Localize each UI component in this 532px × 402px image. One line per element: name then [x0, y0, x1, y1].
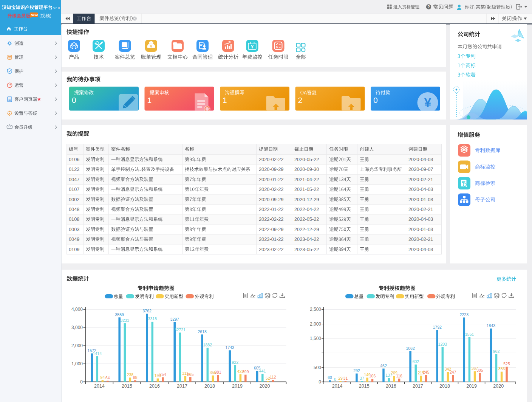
svg-text:2023-01-22: 2023-01-22 [259, 236, 283, 242]
svg-text:2016: 2016 [149, 383, 160, 389]
svg-text:¥: ¥ [424, 96, 431, 110]
svg-text:2020-01-22: 2020-01-22 [259, 177, 283, 182]
svg-text:0: 0 [319, 379, 321, 385]
svg-text:1843: 1843 [487, 323, 496, 328]
svg-text:381: 381 [215, 370, 221, 374]
svg-text:29: 29 [338, 376, 343, 380]
svg-text:2,000: 2,000 [71, 343, 83, 348]
svg-text:1,500: 1,500 [310, 336, 321, 341]
svg-text:2,000: 2,000 [310, 321, 321, 327]
svg-text:2022-04-22: 2022-04-22 [294, 206, 319, 212]
svg-text:399: 399 [242, 369, 249, 374]
svg-text:1062: 1062 [406, 346, 415, 351]
svg-text:3233: 3233 [121, 318, 130, 323]
svg-text:962: 962 [493, 349, 500, 354]
svg-text:88: 88 [133, 375, 138, 380]
svg-text:V2.0: V2.0 [53, 6, 60, 10]
svg-text:3297: 3297 [170, 317, 179, 321]
svg-text:116: 116 [396, 374, 402, 378]
svg-text:0002: 0002 [69, 197, 79, 202]
svg-text:2223: 2223 [460, 312, 469, 317]
svg-text:2018: 2018 [439, 383, 450, 389]
svg-text:4,000: 4,000 [71, 307, 83, 312]
svg-text:¥: ¥ [251, 44, 254, 50]
svg-text:3559: 3559 [115, 312, 124, 317]
svg-text:462: 462 [380, 363, 387, 368]
svg-text:0003: 0003 [69, 227, 79, 232]
svg-text:2020-09-07: 2020-09-07 [408, 166, 433, 172]
svg-text:2618: 2618 [198, 329, 207, 334]
svg-text:245: 245 [423, 370, 430, 374]
svg-text:2020-02-22: 2020-02-22 [259, 186, 283, 192]
svg-text:106: 106 [369, 374, 376, 378]
svg-text:2017: 2017 [413, 383, 423, 389]
svg-text:2016: 2016 [386, 383, 396, 389]
svg-text:0109: 0109 [69, 247, 79, 252]
svg-text:2015: 2015 [359, 383, 370, 389]
svg-text:94: 94 [101, 375, 105, 380]
svg-text:¥: ¥ [150, 44, 152, 48]
svg-text:602: 602 [412, 359, 419, 364]
svg-text:2020-09-30: 2020-09-30 [294, 166, 319, 172]
svg-text:2021-05-22: 2021-05-22 [294, 186, 319, 192]
svg-text:112: 112 [270, 375, 276, 379]
svg-text:?: ? [427, 5, 430, 9]
svg-text:2020-12-29: 2020-12-29 [294, 197, 319, 202]
svg-text:356: 356 [498, 366, 505, 371]
svg-text:0049: 0049 [69, 236, 79, 242]
svg-text:1,000: 1,000 [71, 361, 83, 366]
svg-text:1: 1 [223, 96, 227, 104]
svg-text:0: 0 [80, 379, 83, 385]
svg-text:1792: 1792 [433, 325, 442, 329]
svg-text:2019: 2019 [232, 383, 243, 389]
svg-text:0048: 0048 [69, 206, 79, 212]
svg-text:2020-01-03: 2020-01-03 [408, 227, 433, 232]
svg-text:922: 922 [232, 360, 239, 365]
svg-text:3,000: 3,000 [71, 325, 83, 330]
svg-text:2022-05-22: 2022-05-22 [294, 216, 319, 222]
svg-text:0: 0 [334, 377, 336, 382]
svg-text:2022-09-29: 2022-09-29 [259, 227, 283, 232]
svg-text:3762: 3762 [143, 309, 152, 313]
svg-text:2022-01-22: 2022-01-22 [259, 206, 283, 212]
svg-text:2023-04-22: 2023-04-22 [294, 236, 319, 242]
svg-text:1743: 1743 [226, 345, 235, 350]
svg-text:1: 1 [147, 96, 152, 104]
svg-text:2020-09-29: 2020-09-29 [259, 197, 283, 202]
svg-text:2020-01-03: 2020-01-03 [408, 197, 433, 202]
svg-text:0107: 0107 [69, 186, 79, 192]
svg-text:2020: 2020 [493, 383, 504, 389]
svg-text:247: 247 [450, 370, 456, 374]
svg-text:2: 2 [298, 96, 303, 104]
svg-text:32721: 32721 [175, 327, 186, 332]
svg-text:1882: 1882 [203, 343, 212, 347]
svg-text:0108: 0108 [69, 216, 79, 222]
svg-text:60: 60 [328, 375, 332, 380]
svg-text:2020-02-21: 2020-02-21 [408, 206, 433, 212]
svg-text:2020-05-22: 2020-05-22 [294, 157, 319, 162]
svg-text:2015: 2015 [122, 383, 132, 389]
svg-text:2017: 2017 [177, 383, 187, 389]
svg-text:2,500: 2,500 [310, 307, 321, 312]
svg-text:1551: 1551 [465, 332, 474, 337]
svg-text:2020-02-22: 2020-02-22 [259, 157, 283, 162]
svg-text:2014: 2014 [94, 383, 105, 389]
svg-text:2020: 2020 [260, 383, 270, 389]
svg-text:2018: 2018 [204, 383, 215, 389]
svg-text:0: 0 [72, 96, 76, 104]
svg-text:2020-04-03: 2020-04-03 [408, 247, 433, 252]
svg-text:2020-02-21: 2020-02-21 [408, 177, 433, 182]
svg-text:254: 254 [159, 372, 166, 377]
svg-text:500: 500 [314, 365, 321, 370]
svg-text:2022-12-29: 2022-12-29 [294, 227, 319, 232]
svg-text:31: 31 [343, 376, 348, 380]
svg-text:2014: 2014 [332, 383, 343, 389]
svg-text:37: 37 [360, 376, 364, 380]
svg-text:525: 525 [503, 362, 510, 366]
svg-text:2020-04-03: 2020-04-03 [408, 186, 433, 192]
svg-text:2021-04-22: 2021-04-22 [294, 177, 319, 182]
svg-text:0: 0 [373, 96, 378, 104]
svg-text:2023-05-22: 2023-05-22 [294, 247, 319, 252]
svg-text:2019: 2019 [466, 383, 477, 389]
svg-text:238: 238 [127, 373, 134, 377]
